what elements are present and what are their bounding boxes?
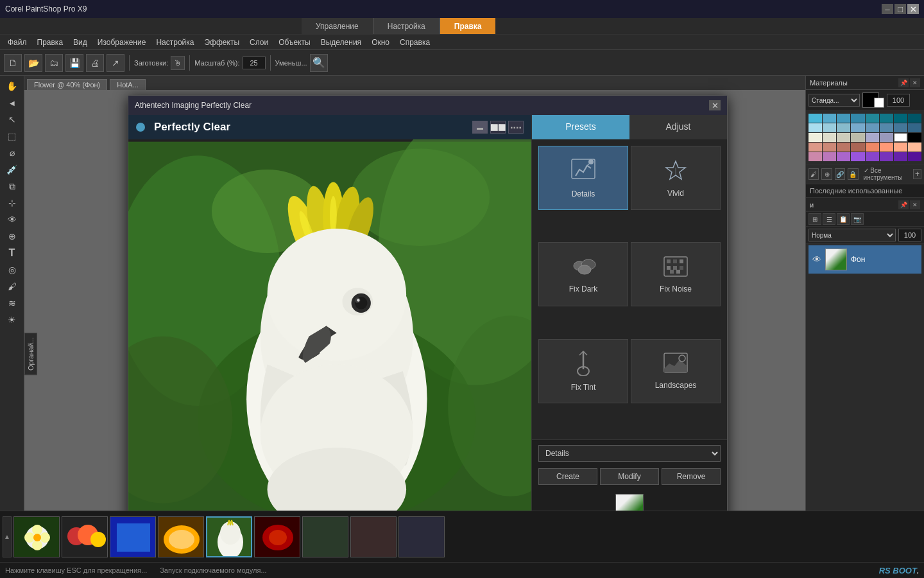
preset-fix-tint[interactable]: Fix Tint: [538, 339, 628, 403]
swatch-p8[interactable]: [908, 152, 921, 161]
preset-create-button[interactable]: Create: [538, 468, 597, 485]
collapse-panel[interactable]: ◀: [3, 95, 21, 110]
swatch-13[interactable]: [880, 123, 893, 132]
clone-tool[interactable]: ⊕: [3, 229, 21, 244]
swatch-r6[interactable]: [880, 143, 893, 152]
paint-tool[interactable]: 🖌: [3, 279, 21, 294]
preset-vivid[interactable]: Vivid: [631, 146, 721, 210]
pan-tool[interactable]: ✋: [3, 78, 21, 94]
menu-view[interactable]: Вид: [68, 38, 92, 47]
swatch-5[interactable]: [880, 114, 893, 123]
swatch-16[interactable]: [809, 133, 822, 142]
maximize-button[interactable]: □: [894, 4, 906, 14]
rect-select-tool[interactable]: ⬚: [3, 128, 21, 144]
menu-selections[interactable]: Выделения: [316, 38, 366, 47]
swatch-6[interactable]: [894, 114, 907, 123]
style-dropdown[interactable]: Станда...: [809, 94, 860, 107]
swatch-r5[interactable]: [866, 143, 879, 152]
thumb-more-1[interactable]: [302, 516, 348, 557]
mat-tool-3[interactable]: 🔗: [835, 168, 845, 180]
single-view-button[interactable]: ▬: [472, 121, 488, 134]
swatch-15[interactable]: [908, 123, 921, 132]
menu-edit[interactable]: Правка: [32, 38, 69, 47]
close-button[interactable]: ✕: [907, 4, 919, 14]
layers-pin-button[interactable]: 📌: [898, 200, 909, 209]
nav-tab-manage[interactable]: Управление: [302, 18, 373, 34]
view-tool[interactable]: 👁: [3, 212, 21, 227]
nav-tab-edit[interactable]: Правка: [440, 18, 496, 34]
print-button[interactable]: 🖨: [86, 54, 104, 72]
swatch-17[interactable]: [823, 133, 836, 142]
thumb-1[interactable]: [13, 516, 60, 557]
open-button[interactable]: 📂: [24, 54, 42, 72]
crop-tool[interactable]: ⧉: [3, 179, 21, 194]
browse-button[interactable]: 🗂: [45, 54, 63, 72]
swatch-12[interactable]: [866, 123, 879, 132]
swatch-19[interactable]: [851, 133, 864, 142]
scale-input[interactable]: [243, 57, 266, 69]
swatch-r7[interactable]: [894, 143, 907, 152]
panel-pin-button[interactable]: 📌: [898, 78, 909, 87]
menu-objects[interactable]: Объекты: [273, 38, 316, 47]
freeform-tool[interactable]: ⌀: [3, 145, 21, 161]
thumb-3[interactable]: [110, 516, 156, 557]
thumb-more-3[interactable]: [398, 516, 445, 557]
menu-effects[interactable]: Эффекты: [199, 38, 244, 47]
swatch-21[interactable]: [880, 133, 893, 142]
swatch-r4[interactable]: [851, 143, 864, 152]
blend-mode-select[interactable]: Норма: [809, 229, 896, 241]
layer-visibility-eye[interactable]: 👁: [812, 254, 821, 265]
minimize-button[interactable]: –: [882, 4, 893, 14]
dialog-close-button[interactable]: ✕: [709, 100, 721, 110]
swatch-22[interactable]: [894, 133, 907, 142]
thumb-2[interactable]: [62, 516, 108, 557]
swatch-1[interactable]: [823, 114, 836, 123]
layer-tool-3[interactable]: 📋: [837, 213, 850, 225]
thumb-5[interactable]: [206, 516, 252, 557]
share-button[interactable]: ↗: [107, 54, 124, 72]
swatch-r3[interactable]: [837, 143, 850, 152]
zoom-out-button[interactable]: 🔍: [310, 54, 328, 72]
preset-remove-button[interactable]: Remove: [662, 468, 721, 485]
menu-help[interactable]: Справка: [395, 38, 435, 47]
swatch-18[interactable]: [837, 133, 850, 142]
eyedropper-tool[interactable]: 💉: [3, 162, 21, 177]
preset-fix-dark[interactable]: Fix Dark: [538, 242, 628, 306]
swatch-20[interactable]: [866, 133, 879, 142]
swatch-23[interactable]: [908, 133, 921, 142]
new-button[interactable]: 🗋: [4, 54, 22, 72]
dodge-tool[interactable]: ☀: [3, 312, 21, 328]
preset-modify-button[interactable]: Modify: [600, 468, 659, 485]
layer-opacity-input[interactable]: [898, 229, 921, 241]
split-view-button[interactable]: ⬜⬜: [490, 121, 506, 134]
preset-icon[interactable]: 🖱: [171, 56, 185, 70]
swatch-p4[interactable]: [851, 152, 864, 161]
thumb-6[interactable]: [254, 516, 300, 557]
tab-presets[interactable]: Presets: [532, 115, 629, 139]
menu-file[interactable]: Файл: [3, 38, 32, 47]
thumb-4[interactable]: [158, 516, 204, 557]
swatch-p5[interactable]: [866, 152, 879, 161]
straighten-tool[interactable]: ⊹: [3, 195, 21, 211]
layer-tool-1[interactable]: ⊞: [809, 213, 821, 225]
text-tool[interactable]: T: [3, 245, 21, 261]
shape-tool[interactable]: ◎: [3, 262, 21, 277]
swatch-r8[interactable]: [908, 143, 921, 152]
menu-settings[interactable]: Настройка: [151, 38, 199, 47]
preset-details[interactable]: Details: [538, 146, 628, 210]
organizer-panel-toggle[interactable]: ▲: [3, 516, 12, 557]
panel-close-button[interactable]: ✕: [910, 78, 920, 87]
layer-tool-2[interactable]: ☰: [823, 213, 835, 225]
preset-fix-noise[interactable]: Fix Noise: [631, 242, 721, 306]
swatch-8[interactable]: [809, 123, 822, 132]
swatch-p1[interactable]: [809, 152, 822, 161]
swatch-10[interactable]: [837, 123, 850, 132]
menu-image[interactable]: Изображение: [92, 38, 151, 47]
nav-tab-settings[interactable]: Настройка: [373, 18, 440, 34]
swatch-2[interactable]: [837, 114, 850, 123]
swatch-4[interactable]: [866, 114, 879, 123]
mat-tool-1[interactable]: 🖌: [809, 168, 819, 180]
canvas-tab-flower[interactable]: Flower @ 40% (Фон): [27, 79, 107, 90]
swatch-14[interactable]: [894, 123, 907, 132]
opacity-input[interactable]: [887, 94, 910, 107]
